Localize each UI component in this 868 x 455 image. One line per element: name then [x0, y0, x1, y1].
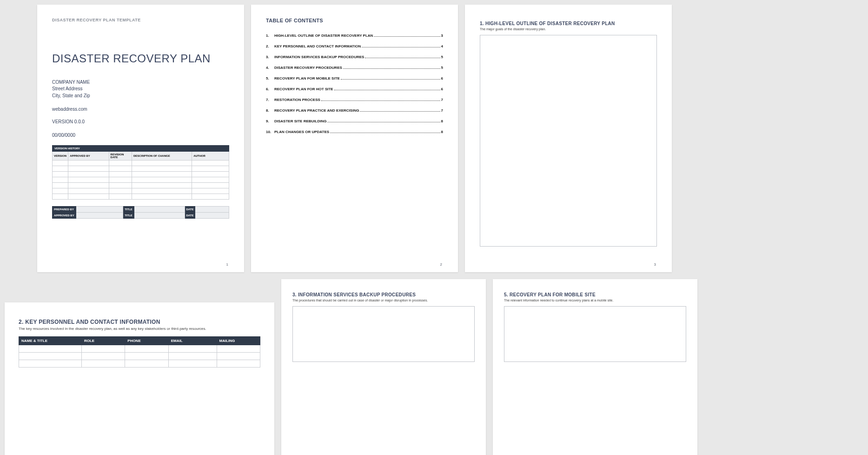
toc-item: 4.DISASTER RECOVERY PROCEDURES5	[266, 66, 443, 70]
section-heading: 3. INFORMATION SERVICES BACKUP PROCEDURE…	[292, 292, 475, 297]
toc-item: 7.RESTORATION PROCESS7	[266, 98, 443, 102]
vh-col-approved: APPROVED BY	[68, 152, 109, 161]
table-row	[53, 188, 229, 194]
toc-list: 1.HIGH-LEVEL OUTLINE OF DISASTER RECOVER…	[266, 33, 443, 134]
vh-col-desc: DESCRIPTION OF CHANGE	[132, 152, 192, 161]
table-row	[53, 177, 229, 183]
doc-page-6: 5. RECOVERY PLAN FOR MOBILE SITE The rel…	[493, 279, 697, 455]
doc-page-4: 2. KEY PERSONNEL AND CONTACT INFORMATION…	[5, 302, 274, 455]
content-box	[292, 306, 475, 362]
web-address: webaddress.com	[52, 107, 229, 112]
vh-col-author: AUTHOR	[192, 152, 229, 161]
table-row: PREPARED BY TITLE DATE	[53, 207, 229, 213]
page-number: 2	[440, 262, 442, 267]
company-name: COMPANY NAME	[52, 79, 229, 86]
content-box	[480, 35, 657, 247]
section-subtext: The key resources involved in the disast…	[19, 327, 260, 331]
sig-title2: TITLE	[123, 213, 134, 219]
sig-title: TITLE	[123, 207, 134, 213]
table-row	[53, 172, 229, 177]
col-role: ROLE	[81, 337, 125, 345]
version-line: VERSION 0.0.0	[52, 119, 229, 124]
table-row	[19, 360, 260, 368]
toc-item: 2.KEY PERSONNEL AND CONTACT INFORMATION4	[266, 44, 443, 48]
vh-col-version: VERSION	[53, 152, 68, 161]
section-heading: 1. HIGH-LEVEL OUTLINE OF DISASTER RECOVE…	[480, 21, 657, 26]
col-name: NAME & TITLE	[19, 337, 82, 345]
vh-col-revdate: REVISION DATE	[109, 152, 132, 161]
date-line: 00/00/0000	[52, 133, 229, 138]
section-subtext: The major goals of the disaster recovery…	[480, 27, 657, 31]
section-heading: 5. RECOVERY PLAN FOR MOBILE SITE	[504, 292, 686, 297]
table-row	[53, 194, 229, 200]
sig-date2: DATE	[185, 213, 195, 219]
content-box	[504, 306, 686, 362]
doc-title: DISASTER RECOVERY PLAN	[52, 52, 229, 65]
toc-item: 1.HIGH-LEVEL OUTLINE OF DISASTER RECOVER…	[266, 33, 443, 38]
page-number: 1	[226, 262, 228, 267]
col-phone: PHONE	[125, 337, 168, 345]
street-address: Street Address	[52, 86, 229, 93]
city-state-zip: City, State and Zip	[52, 93, 229, 100]
sig-approved: APPROVED BY	[53, 213, 76, 219]
sig-prepared: PREPARED BY	[53, 207, 76, 213]
version-history-table: VERSION HISTORY VERSION APPROVED BY REVI…	[52, 145, 229, 200]
toc-item: 3.INFORMATION SERVICES BACKUP PROCEDURES…	[266, 55, 443, 59]
table-row	[53, 166, 229, 172]
company-block: COMPANY NAME Street Address City, State …	[52, 79, 229, 100]
doc-page-2: TABLE OF CONTENTS 1.HIGH-LEVEL OUTLINE O…	[251, 5, 458, 272]
table-row: APPROVED BY TITLE DATE	[53, 213, 229, 219]
toc-item: 10.PLAN CHANGES OR UPDATES8	[266, 130, 443, 134]
section-subtext: The procedures that should be carried ou…	[292, 299, 475, 302]
toc-item: 6.RECOVERY PLAN FOR HOT SITE6	[266, 87, 443, 91]
col-email: EMAIL	[168, 337, 217, 345]
page-number: 3	[654, 262, 656, 267]
sig-date: DATE	[185, 207, 195, 213]
col-mail: MAILING	[217, 337, 260, 345]
table-row	[53, 161, 229, 166]
toc-item: 8.RECOVERY PLAN PRACTICE AND EXERCISING7	[266, 108, 443, 113]
toc-title: TABLE OF CONTENTS	[266, 18, 443, 23]
section-subtext: The relevant information needed to conti…	[504, 299, 686, 302]
table-row	[19, 353, 260, 360]
template-label: DISASTER RECOVERY PLAN TEMPLATE	[52, 18, 229, 22]
section-heading: 2. KEY PERSONNEL AND CONTACT INFORMATION	[19, 319, 260, 325]
table-row	[53, 183, 229, 188]
doc-page-1: DISASTER RECOVERY PLAN TEMPLATE DISASTER…	[37, 5, 244, 272]
personnel-table: NAME & TITLE ROLE PHONE EMAIL MAILING	[19, 336, 260, 368]
doc-page-5: 3. INFORMATION SERVICES BACKUP PROCEDURE…	[281, 279, 486, 455]
vh-header: VERSION HISTORY	[53, 146, 229, 152]
toc-item: 9.DISASTER SITE REBUILDING8	[266, 119, 443, 123]
doc-page-3: 1. HIGH-LEVEL OUTLINE OF DISASTER RECOVE…	[465, 5, 672, 272]
table-row	[19, 345, 260, 353]
toc-item: 5.RECOVERY PLAN FOR MOBILE SITE6	[266, 76, 443, 80]
signoff-table: PREPARED BY TITLE DATE APPROVED BY TITLE…	[52, 206, 229, 219]
